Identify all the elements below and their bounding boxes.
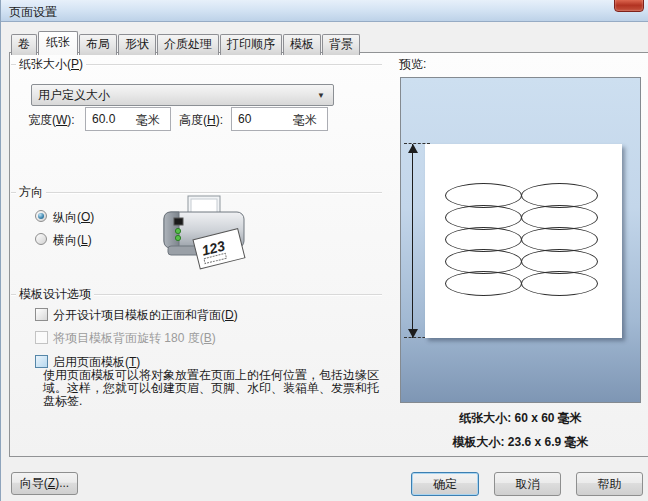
cancel-button[interactable]: 取消 [494,472,561,496]
width-value: 60.0 [92,112,115,126]
height-unit: 毫米 [293,112,317,129]
paper-size-select[interactable]: 用户定义大小 ▼ [31,84,334,106]
preview-paper [425,144,622,338]
height-input[interactable]: 60 毫米 [231,107,328,131]
height-measure-arrow [412,144,413,338]
help-button[interactable]: 帮助 [576,472,643,496]
preview-label: 预览: [399,56,426,73]
portrait-label: 纵向(O) [53,209,94,226]
tab-layout[interactable]: 布局 [79,34,117,55]
label-ovals [445,183,598,296]
width-unit: 毫米 [136,112,160,129]
tab-print-order[interactable]: 打印顺序 [220,34,282,55]
paper-tab-page: 纸张大小(P) 用户定义大小 ▼ 宽度(W): 60.0 毫米 高度(H): 6… [9,52,648,457]
tab-template[interactable]: 模板 [283,34,321,55]
wizard-button[interactable]: 向导(Z)... [11,472,78,495]
height-value: 60 [238,112,251,126]
paper-size-group-title: 纸张大小(P) [19,56,83,73]
enable-page-template-checkbox[interactable] [35,355,48,368]
preview-panel [400,77,641,403]
separate-sides-checkbox[interactable] [35,308,48,321]
template-options-group-title: 模板设计选项 [19,286,91,303]
preview-size-summary: 纸张大小: 60 x 60 毫米 模板大小: 23.6 x 6.9 毫米 [400,410,641,458]
width-input[interactable]: 60.0 毫米 [85,107,171,131]
height-label: 高度(H): [179,112,223,129]
tab-shape[interactable]: 形状 [118,34,156,55]
tab-paper[interactable]: 纸张 [38,31,78,55]
arrow-down-icon [408,329,418,338]
oval-label [445,271,522,296]
arrow-up-icon [408,144,418,153]
tab-roll[interactable]: 卷 [11,34,37,55]
window-title: 页面设置 [9,4,57,21]
ok-button[interactable]: 确定 [411,472,479,496]
close-icon[interactable] [614,0,644,12]
printer-icon: 123 [158,194,254,280]
oval-label [521,271,598,296]
rotate-back-label: 将项目模板背面旋转 180 度(B) [53,330,216,347]
landscape-label: 横向(L) [53,232,92,249]
landscape-radio[interactable] [35,233,47,245]
tab-background[interactable]: 背景 [322,34,360,55]
portrait-radio[interactable] [35,210,47,222]
paper-size-group-header: 纸张大小(P) [11,56,382,73]
separate-sides-label: 分开设计项目模板的正面和背面(D) [53,307,238,324]
tab-media-handling[interactable]: 介质处理 [157,34,219,55]
template-options-group-header: 模板设计选项 [11,286,382,303]
page-setup-dialog: 页面设置 卷 纸张 布局 形状 介质处理 打印顺序 模板 背景 纸张大小(P) … [0,0,648,501]
page-template-description: 使用页面模板可以将对象放置在页面上的任何位置，包括边缘区域。这样，您就可以创建页… [43,369,383,408]
chevron-down-icon: ▼ [317,91,325,100]
dialog-body: 卷 纸张 布局 形状 介质处理 打印顺序 模板 背景 纸张大小(P) 用户定义大… [1,22,648,501]
tab-strip: 卷 纸张 布局 形状 介质处理 打印顺序 模板 背景 [11,31,361,55]
paper-size-selected-value: 用户定义大小 [38,87,110,104]
paper-size-summary: 纸张大小: 60 x 60 毫米 [400,410,641,427]
rotate-back-checkbox [35,331,48,344]
template-size-summary: 模板大小: 23.6 x 6.9 毫米 [400,434,641,451]
width-label: 宽度(W): [28,112,75,129]
orientation-group-title: 方向 [19,184,43,201]
title-bar: 页面设置 [1,0,648,22]
